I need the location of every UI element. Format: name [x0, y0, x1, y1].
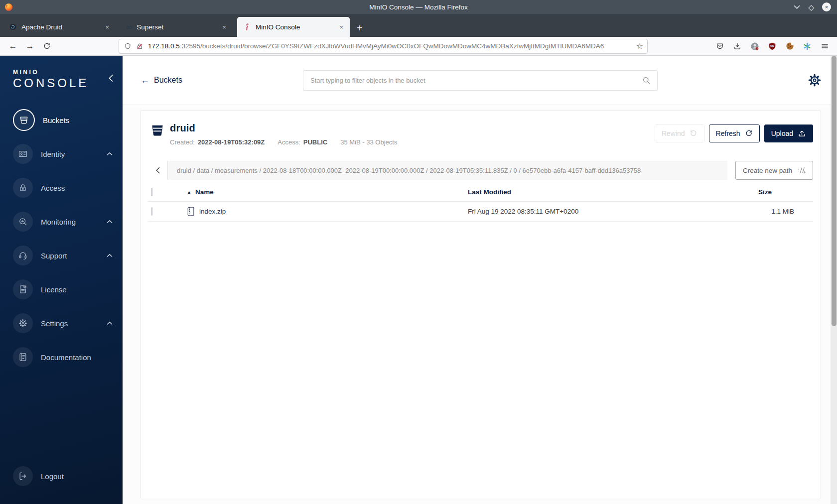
rewind-icon: [690, 129, 698, 137]
tab-superset[interactable]: ∞ Superset ×: [120, 17, 233, 37]
license-icon: [13, 279, 33, 299]
breadcrumb[interactable]: druid / data / measurements / 2022-08-18…: [168, 161, 727, 180]
sidebar-item-identity[interactable]: Identity: [0, 137, 123, 171]
console-settings-gear-icon[interactable]: [807, 73, 822, 88]
access-label: Access:: [278, 138, 300, 146]
superset-infinity-icon: ∞: [126, 23, 132, 31]
create-path-label: Create new path: [743, 167, 792, 174]
downloads-icon[interactable]: [731, 40, 743, 52]
minio-flamingo-icon: [243, 23, 251, 31]
back-link-label: Buckets: [154, 76, 182, 85]
sidebar-item-logout[interactable]: Logout: [0, 459, 123, 493]
bookmark-star-icon[interactable]: ☆: [636, 41, 643, 51]
support-icon: [13, 246, 33, 265]
upload-button[interactable]: Upload: [764, 125, 813, 142]
scrollbar-thumb[interactable]: [832, 56, 837, 326]
insecure-lock-icon[interactable]: [136, 42, 143, 50]
sidebar-item-license[interactable]: License: [0, 272, 123, 306]
row-select-cell: [148, 208, 177, 215]
sidebar-item-label: Identity: [41, 150, 65, 158]
column-header-name[interactable]: ▲ Name: [177, 188, 468, 196]
sidebar-item-access[interactable]: Access: [0, 171, 123, 205]
refresh-icon: [745, 129, 753, 137]
name-header-label: Name: [195, 188, 214, 196]
lock-icon: [13, 178, 33, 198]
buckets-icon: [13, 109, 35, 131]
sidebar-item-buckets[interactable]: Buckets: [0, 103, 123, 137]
console-logo: CONSOLE: [13, 76, 123, 90]
profile-extension-icon[interactable]: [749, 40, 761, 52]
tab-bar: Apache Druid × ∞ Superset × MinIO Consol…: [0, 14, 837, 37]
ublock-origin-icon[interactable]: UO: [766, 40, 778, 52]
sidebar-item-label: Access: [41, 184, 65, 192]
rewind-button[interactable]: Rewind: [655, 125, 704, 142]
window-maximize-icon[interactable]: ◇: [808, 3, 814, 11]
cookie-extension-icon[interactable]: [784, 40, 796, 52]
create-new-path-button[interactable]: Create new path: [735, 161, 813, 180]
search-input[interactable]: [310, 77, 642, 84]
tab-close-icon[interactable]: ×: [338, 23, 345, 31]
chevron-up-icon: [107, 321, 113, 325]
back-to-buckets-link[interactable]: ← Buckets: [140, 76, 182, 85]
bucket-browser-card: druid Created: 2022-08-19T05:32:09Z Acce…: [140, 111, 821, 499]
page-header: ← Buckets: [123, 56, 837, 105]
sidebar-collapse-icon[interactable]: [108, 74, 114, 83]
url-host: 172.18.0.5: [148, 42, 180, 50]
hamburger-menu-icon[interactable]: [819, 40, 831, 52]
druid-tab-icon: [9, 23, 17, 31]
search-icon: [642, 76, 651, 85]
sidebar-item-documentation[interactable]: Documentation: [0, 340, 123, 374]
page-scrollbar[interactable]: [831, 56, 837, 504]
object-last-modified: Fri Aug 19 2022 08:35:11 GMT+0200: [468, 208, 758, 215]
tab-apache-druid[interactable]: Apache Druid ×: [3, 17, 116, 37]
window-close-icon[interactable]: ×: [822, 2, 831, 11]
sidebar-item-label: Documentation: [41, 353, 91, 362]
sidebar-item-label: License: [41, 285, 67, 294]
table-header-row: ▲ Name Last Modified Size: [148, 183, 813, 202]
firefox-logo-icon: [4, 2, 13, 12]
url-path: :32595/buckets/druid/browse/ZGF0YS9tZWFz…: [180, 42, 604, 50]
refresh-button[interactable]: Refresh: [709, 125, 760, 142]
back-arrow-icon: ←: [140, 76, 149, 85]
tab-close-icon[interactable]: ×: [221, 23, 228, 31]
new-tab-button[interactable]: +: [357, 23, 363, 33]
created-label: Created:: [170, 138, 195, 146]
sidebar-item-settings[interactable]: Settings: [0, 306, 123, 340]
sort-ascending-icon: ▲: [187, 190, 191, 195]
table-row[interactable]: index.zip Fri Aug 19 2022 08:35:11 GMT+0…: [148, 202, 813, 222]
objects-table: ▲ Name Last Modified Size: [148, 183, 813, 222]
svg-text:UO: UO: [770, 44, 774, 47]
sidebar-item-support[interactable]: Support: [0, 239, 123, 272]
browser-back-icon[interactable]: ←: [6, 39, 20, 53]
minio-logo: MINIO: [13, 69, 123, 76]
object-name-cell[interactable]: index.zip: [177, 207, 468, 216]
browser-toolbar: ← → 172.18.0.5:32595/buckets/druid/brows…: [0, 37, 837, 56]
object-filter-searchbox[interactable]: [303, 70, 658, 91]
shield-icon[interactable]: [124, 42, 132, 50]
browser-forward-icon[interactable]: →: [23, 39, 37, 53]
url-text[interactable]: 172.18.0.5:32595/buckets/druid/browse/ZG…: [148, 42, 633, 50]
url-bar[interactable]: 172.18.0.5:32595/buckets/druid/browse/ZG…: [119, 39, 648, 54]
window-title: MinIO Console — Mozilla Firefox: [0, 3, 837, 11]
gear-icon: [13, 313, 33, 333]
browser-reload-icon[interactable]: [40, 39, 54, 53]
identity-icon: [13, 144, 33, 164]
chevron-up-icon: [107, 253, 113, 257]
window-minimize-icon[interactable]: [794, 5, 800, 9]
sidebar-item-monitoring[interactable]: Monitoring: [0, 205, 123, 239]
chevron-up-icon: [107, 152, 113, 156]
tab-label: Superset: [137, 23, 216, 31]
chevron-up-icon: [107, 220, 113, 224]
breadcrumb-back-chevron[interactable]: [148, 161, 168, 180]
row-checkbox[interactable]: [151, 207, 152, 216]
pinwheel-extension-icon[interactable]: [801, 40, 813, 52]
zip-file-icon: [187, 207, 195, 216]
column-header-last-modified: Last Modified: [468, 188, 758, 196]
sidebar-item-label: Settings: [41, 319, 68, 328]
sidebar-item-label: Buckets: [43, 116, 69, 125]
access-value: PUBLIC: [303, 138, 327, 146]
tab-minio-console[interactable]: MinIO Console ×: [237, 17, 350, 37]
select-all-checkbox[interactable]: [151, 188, 152, 196]
pocket-icon[interactable]: [714, 40, 726, 52]
tab-close-icon[interactable]: ×: [104, 23, 111, 31]
